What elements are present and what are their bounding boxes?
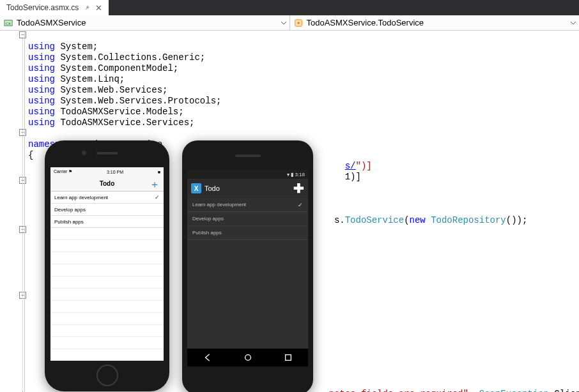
kw-using: using — [28, 107, 55, 117]
list-item[interactable]: Learn app development✓ — [50, 192, 164, 204]
check-icon: ✓ — [298, 202, 303, 208]
android-add-button[interactable]: ✚ — [293, 181, 304, 196]
chevron-down-icon — [281, 20, 287, 26]
ios-title: Todo — [100, 180, 115, 187]
list-item[interactable]: Publish apps — [50, 216, 164, 228]
link-fragment[interactable]: s/ — [345, 161, 356, 171]
xamarin-logo-icon: X — [191, 183, 201, 193]
svg-text:C#: C# — [6, 20, 12, 26]
svg-point-3 — [297, 22, 300, 24]
check-icon: ✓ — [155, 194, 160, 200]
android-title: Todo — [205, 185, 220, 192]
outline-guide — [22, 38, 23, 392]
android-home-icon[interactable] — [243, 353, 252, 362]
android-nav-bar — [187, 349, 308, 366]
ios-list[interactable]: Learn app development✓ Develop apps Publ… — [50, 192, 164, 361]
svg-point-4 — [245, 355, 251, 361]
using-ns: System.Collections.Generic — [60, 52, 199, 63]
list-item[interactable]: Learn app development✓ — [187, 198, 308, 212]
iphone-mockup: Carrier ⚑ 3:10 PM ■ Todo ＋ Learn app dev… — [45, 140, 169, 391]
brace: { — [28, 150, 33, 160]
android-screen: ▾ ▮ 3:18 X Todo ✚ Learn app development✓… — [187, 170, 308, 366]
member-nav-bar: C# TodoASMXService TodoASMXService.TodoS… — [0, 15, 579, 31]
using-ns: System.Web.Services — [60, 85, 162, 95]
list-item[interactable]: Publish apps — [187, 226, 308, 240]
class-icon — [294, 19, 303, 27]
phone-mockups-overlay: Carrier ⚑ 3:10 PM ■ Todo ＋ Learn app dev… — [45, 140, 313, 392]
attr-tail: ")] — [356, 161, 372, 171]
using-ns: System.ComponentModel — [60, 63, 173, 73]
frag: s. — [334, 215, 345, 225]
member: .ClientFaultCode); — [549, 389, 579, 392]
kw-using: using — [28, 85, 55, 95]
status-carrier: Carrier ⚑ — [54, 169, 72, 174]
iphone-home-button[interactable] — [96, 365, 118, 386]
android-list[interactable]: Learn app development✓ Develop apps Publ… — [187, 198, 308, 349]
list-item[interactable]: Develop apps — [187, 212, 308, 226]
tab-close-button[interactable]: ✕ — [95, 3, 102, 13]
kw-using: using — [28, 41, 55, 52]
using-ns: TodoASMXService.Models — [60, 107, 178, 117]
status-time: 3:10 PM — [107, 170, 123, 174]
attr-tail: 1)] — [345, 172, 361, 182]
kw-using: using — [28, 52, 55, 63]
kw-using: using — [28, 117, 55, 128]
android-back-icon[interactable] — [203, 353, 212, 362]
using-ns: TodoASMXService.Services — [60, 117, 189, 128]
string-tail: notes fields are required" — [328, 389, 468, 392]
document-tab-active[interactable]: TodoService.asmx.cs ✕ — [0, 0, 109, 15]
document-tabstrip: TodoService.asmx.cs ✕ — [0, 0, 579, 15]
type: TodoRepository — [431, 215, 506, 225]
type: SoapException — [479, 389, 549, 392]
member-dropdown-text: TodoASMXService.TodoService — [307, 18, 424, 27]
tab-filename: TodoService.asmx.cs — [6, 3, 79, 12]
type-dropdown-text: TodoASMXService — [17, 18, 86, 27]
status-icons: ▾ ▮ 3:18 — [287, 172, 305, 177]
using-ns: System — [60, 41, 92, 52]
svg-rect-5 — [285, 355, 291, 361]
kw-using: using — [28, 63, 55, 73]
iphone-screen: Carrier ⚑ 3:10 PM ■ Todo ＋ Learn app dev… — [50, 167, 164, 361]
iphone-speaker — [96, 152, 118, 155]
code-editor[interactable]: − − − − − using System; using System.Col… — [0, 31, 579, 392]
list-item[interactable]: Develop apps — [50, 204, 164, 216]
android-app-bar: X Todo ✚ — [187, 179, 308, 198]
chevron-down-icon — [570, 20, 576, 26]
csharp-project-icon: C# — [4, 19, 13, 27]
ios-add-button[interactable]: ＋ — [150, 178, 160, 192]
iphone-camera — [82, 151, 86, 155]
android-status-bar: ▾ ▮ 3:18 — [187, 170, 308, 179]
type-dropdown[interactable]: C# TodoASMXService — [0, 15, 290, 30]
ios-nav-bar: Todo ＋ — [50, 176, 164, 192]
kw-using: using — [28, 96, 55, 106]
android-mockup: ▾ ▮ 3:18 X Todo ✚ Learn app development✓… — [182, 140, 313, 392]
status-battery: ■ — [158, 170, 160, 174]
type: TodoService — [345, 215, 404, 225]
member-dropdown[interactable]: TodoASMXService.TodoService — [290, 15, 580, 30]
using-ns: System.Linq — [60, 74, 119, 84]
editor-gutter: − − − − − — [0, 31, 24, 392]
ios-status-bar: Carrier ⚑ 3:10 PM ■ — [50, 167, 164, 176]
android-speaker — [235, 155, 261, 157]
pin-icon[interactable] — [84, 4, 90, 11]
app-bar-brand: X Todo — [191, 183, 220, 193]
kw-using: using — [28, 74, 55, 84]
using-ns: System.Web.Services.Protocols — [60, 96, 216, 106]
android-recent-icon[interactable] — [284, 353, 293, 362]
